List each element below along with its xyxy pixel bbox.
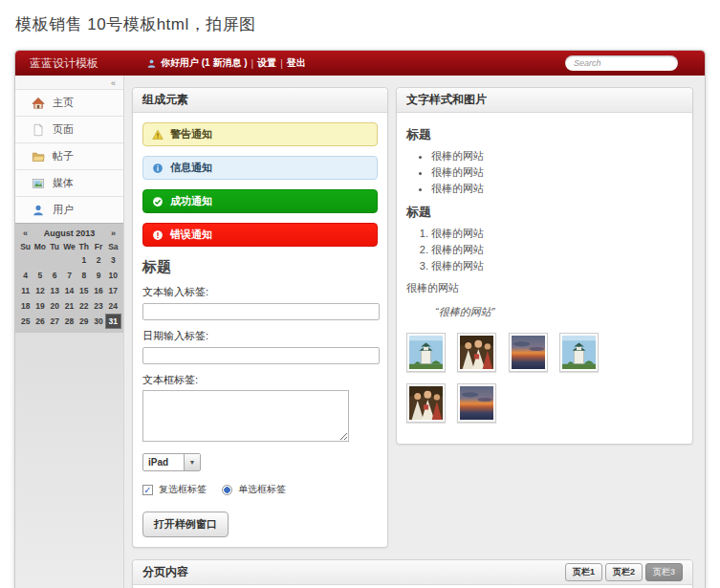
calendar-day[interactable]: 21 bbox=[62, 299, 76, 313]
sidebar-collapse-button[interactable]: « bbox=[15, 76, 123, 89]
checkbox[interactable]: ✓ bbox=[142, 485, 153, 495]
alert-success[interactable]: 成功通知 bbox=[142, 189, 378, 213]
thumbnail-people-photo[interactable] bbox=[406, 383, 446, 423]
calendar-day[interactable]: 29 bbox=[76, 315, 91, 328]
main-content: 组成元素 警告通知 信息通知 成功通知 bbox=[124, 76, 705, 588]
calendar-prev-button[interactable]: « bbox=[23, 229, 28, 238]
calendar-day[interactable]: 19 bbox=[33, 299, 47, 313]
alert-warning[interactable]: 警告通知 bbox=[142, 122, 378, 146]
calendar-weekday: Tu bbox=[48, 240, 62, 253]
divider: | bbox=[251, 58, 254, 69]
alert-error[interactable]: 错误通知 bbox=[142, 223, 378, 247]
panel-title: 组成元素 bbox=[142, 92, 188, 108]
sidebar-item-users[interactable]: 用户 bbox=[15, 196, 123, 223]
calendar-day[interactable]: 9 bbox=[91, 269, 105, 282]
sidebar-item-pages[interactable]: 页面 bbox=[15, 116, 123, 142]
sidebar-filler bbox=[15, 333, 123, 588]
calendar-day[interactable]: 3 bbox=[106, 253, 120, 267]
section-heading: 标题 bbox=[406, 126, 683, 143]
thumbnail-sunset-photo[interactable] bbox=[457, 383, 496, 423]
list-item: 很棒的网站 bbox=[431, 243, 683, 257]
calendar-day[interactable]: 2 bbox=[91, 253, 105, 267]
calendar-day[interactable]: 22 bbox=[76, 299, 91, 313]
thumbnail-sunset-photo[interactable] bbox=[509, 333, 548, 372]
calendar-day[interactable]: 26 bbox=[33, 315, 47, 328]
calendar-weekday: Fr bbox=[91, 240, 105, 253]
user-greeting-link[interactable]: 你好用户 (1 新消息 ) bbox=[161, 56, 248, 70]
brand-title: 蓝蓝设计模板 bbox=[30, 55, 146, 72]
alert-label: 警告通知 bbox=[170, 127, 212, 142]
calendar-day[interactable]: 15 bbox=[76, 284, 91, 297]
text-input[interactable] bbox=[142, 303, 380, 320]
calendar-day[interactable]: 13 bbox=[48, 284, 62, 297]
device-select[interactable]: iPad ▼ bbox=[142, 453, 201, 471]
calendar-day[interactable]: 17 bbox=[106, 284, 120, 297]
calendar-weekday: Su bbox=[18, 240, 33, 253]
calendar-weekday: We bbox=[62, 240, 76, 253]
settings-link[interactable]: 设置 bbox=[257, 56, 276, 70]
calendar-widget: « August 2013 » SuMoTuWeThFrSa 123456789… bbox=[15, 223, 123, 333]
date-input[interactable] bbox=[142, 347, 380, 364]
list-item: 很棒的网站 bbox=[431, 149, 683, 163]
calendar-day bbox=[33, 253, 47, 267]
textarea-label: 文本框标签: bbox=[142, 373, 378, 387]
chevron-down-icon: ▼ bbox=[184, 454, 200, 470]
search-input[interactable] bbox=[565, 55, 678, 71]
list-item: 很棒的网站 bbox=[431, 182, 683, 196]
calendar-day[interactable]: 1 bbox=[76, 253, 91, 267]
success-icon bbox=[152, 196, 164, 207]
calendar-day[interactable]: 4 bbox=[18, 269, 33, 282]
alert-info[interactable]: 信息通知 bbox=[142, 156, 378, 180]
calendar-day[interactable]: 14 bbox=[62, 284, 76, 297]
tabbed-content-panel: 分页内容 页栏1 页栏2 页栏3 成功展示标签 3 很棒的网站 bbox=[132, 559, 693, 588]
sidebar-item-posts[interactable]: 帖子 bbox=[15, 142, 123, 169]
textarea-field[interactable] bbox=[142, 390, 349, 442]
logout-link[interactable]: 登出 bbox=[287, 56, 306, 70]
calendar-day[interactable]: 20 bbox=[48, 299, 62, 313]
calendar-day[interactable]: 24 bbox=[106, 299, 120, 313]
calendar-day[interactable]: 5 bbox=[33, 269, 47, 282]
calendar-day[interactable]: 23 bbox=[91, 299, 105, 313]
sidebar-item-home[interactable]: 主页 bbox=[15, 89, 123, 116]
calendar-day[interactable]: 8 bbox=[76, 269, 91, 282]
calendar-day[interactable]: 6 bbox=[48, 269, 62, 282]
calendar-day[interactable]: 27 bbox=[48, 315, 62, 328]
user-strip: 你好用户 (1 新消息 ) | 设置 | 登出 bbox=[146, 56, 306, 70]
sidebar-item-media[interactable]: 媒体 bbox=[15, 169, 123, 196]
tab-set: 页栏1 页栏2 页栏3 bbox=[565, 563, 683, 581]
open-modal-button[interactable]: 打开样例窗口 bbox=[142, 512, 229, 537]
calendar-day[interactable]: 28 bbox=[62, 315, 76, 328]
calendar-day[interactable]: 31 bbox=[106, 315, 120, 328]
paragraph-text: 很棒的网站 bbox=[406, 281, 683, 295]
home-icon bbox=[32, 97, 45, 110]
calendar-day[interactable]: 25 bbox=[18, 315, 33, 328]
form-heading: 标题 bbox=[142, 258, 378, 276]
tab-button-1[interactable]: 页栏1 bbox=[565, 563, 602, 581]
calendar-day[interactable]: 11 bbox=[18, 284, 33, 297]
calendar-day[interactable]: 30 bbox=[91, 315, 105, 328]
calendar-day[interactable]: 10 bbox=[106, 269, 120, 282]
calendar-day[interactable]: 12 bbox=[33, 284, 47, 297]
select-value: iPad bbox=[143, 454, 184, 470]
tab-button-3[interactable]: 页栏3 bbox=[645, 563, 683, 581]
calendar-weekday: Sa bbox=[106, 240, 120, 253]
top-header-bar: 蓝蓝设计模板 你好用户 (1 新消息 ) | 设置 | 登出 bbox=[15, 51, 705, 76]
tab-button-2[interactable]: 页栏2 bbox=[605, 563, 643, 581]
calendar-next-button[interactable]: » bbox=[111, 229, 116, 238]
calendar-weekday: Mo bbox=[33, 240, 47, 253]
calendar-day[interactable]: 7 bbox=[62, 269, 76, 282]
calendar-day[interactable]: 16 bbox=[91, 284, 105, 297]
calendar-day[interactable]: 18 bbox=[18, 299, 33, 313]
media-icon bbox=[32, 177, 45, 190]
info-icon bbox=[152, 163, 164, 174]
calendar-month-label: August 2013 bbox=[44, 229, 96, 238]
radio-button[interactable] bbox=[222, 485, 232, 495]
thumbnail-people-photo[interactable] bbox=[457, 333, 496, 372]
alert-label: 信息通知 bbox=[170, 161, 212, 175]
sidebar-item-label: 媒体 bbox=[53, 176, 74, 190]
thumbnail-castle-photo[interactable] bbox=[559, 333, 599, 372]
thumbnail-castle-photo[interactable] bbox=[406, 333, 446, 372]
section-heading: 标题 bbox=[406, 204, 683, 221]
alert-label: 错误通知 bbox=[170, 228, 212, 242]
sidebar: « 主页 页面 帖子 媒体 用户 bbox=[15, 76, 124, 588]
